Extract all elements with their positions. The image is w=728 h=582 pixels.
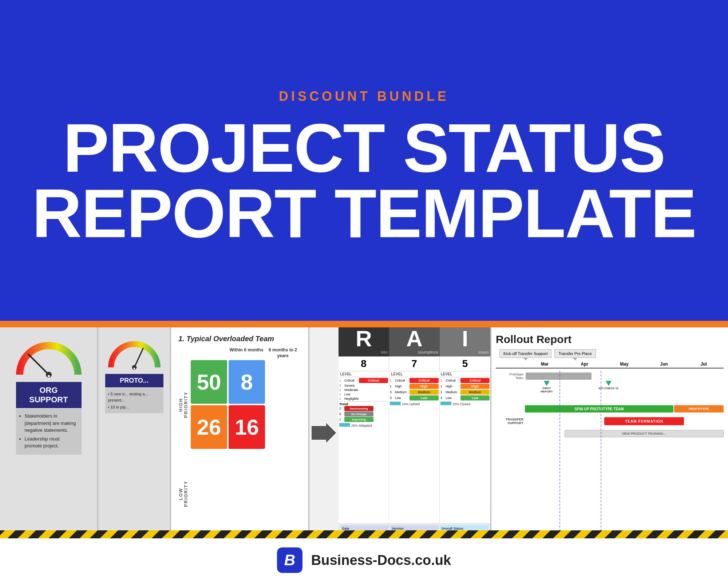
rai-letter-i: I	[440, 327, 490, 350]
gauge-2-bullets: • 5 new ic... testing a... present... • …	[105, 388, 163, 413]
rai-date: 27 October 2012	[342, 530, 387, 534]
rai-number-r: 8	[339, 356, 389, 371]
spin-up-bar: SPIN UP PROTOTYPE TEAM	[525, 405, 673, 412]
rai-i-row-3: 1 Medium Medium	[440, 390, 490, 395]
hero-line1: PROJECT STATUS	[32, 115, 696, 181]
rai-letter-r: R	[339, 327, 389, 350]
transfer-support-label: TRANSFER SUPPORT	[496, 418, 525, 425]
high-priority-label: HIGHPRIORITY	[178, 383, 189, 427]
rai-r-row-2: 3 Severe	[339, 384, 388, 387]
rai-version: 1.00	[392, 530, 437, 534]
rai-i-badge-3: Medium	[460, 390, 490, 395]
rai-status-cell: Overall Status RECOVERING	[440, 525, 488, 536]
rai-panel: R isks A ssumptions I ssues 8 7 5 LEVEL …	[339, 327, 491, 538]
rai-i-closed: 20% Closed	[440, 402, 490, 406]
rai-r-row-3: 1 Moderate	[339, 388, 388, 392]
rai-a-row-2: 1 High High	[390, 384, 439, 389]
gauge-2-svg	[105, 338, 163, 370]
matrix-col1-header: Within 6 months	[228, 347, 265, 359]
gantt-row-1: PrototypeTeam	[496, 371, 724, 382]
rai-i-row-1: 1 Critical Critical	[440, 378, 490, 383]
rai-letter-a: A	[389, 327, 440, 350]
rai-a-row-1: 1 Critical Critical	[390, 378, 439, 383]
rai-header: R isks A ssumptions I ssues	[339, 327, 490, 356]
rai-version-cell: Version 1.00	[390, 525, 438, 536]
gantt-bar-1	[526, 372, 592, 380]
rai-col-r: 1 Critical Critical 3 Severe 1 Moderate …	[339, 377, 389, 523]
gauge-1-bullet-1: Stakeholders in [department] are making …	[25, 412, 78, 434]
svg-line-3	[134, 348, 143, 367]
matrix-cell-3: 26	[191, 405, 227, 449]
rai-a-badge-3: Medium	[410, 390, 439, 395]
svg-point-2	[48, 375, 50, 377]
rai-level-header: LEVEL LEVEL LEVEL	[339, 371, 490, 377]
gauge-panel-1: ORG SUPPORT Stakeholders in [department]…	[0, 327, 98, 538]
dashed-line-1	[559, 371, 560, 538]
rai-a-badge-2: High	[410, 384, 439, 389]
team-formation-bar: TEAM FORMATION	[604, 417, 684, 425]
preview-section: ORG SUPPORT Stakeholders in [department]…	[0, 327, 728, 538]
gauge-1-label: ORG SUPPORT	[16, 382, 82, 408]
footer-logo: B	[277, 547, 302, 573]
rai-r-badge-1: Critical	[359, 378, 388, 383]
gantt-row-spinup: SPIN UP PROTOTYPE TEAM PROTOTYPE	[496, 403, 724, 414]
gauge-1-svg	[12, 338, 85, 378]
svg-line-0	[28, 354, 49, 375]
rai-subtext-i: ssues	[440, 350, 490, 355]
rai-a-badge-1: Critical	[410, 378, 439, 383]
rai-number-a: 7	[389, 356, 440, 371]
rai-level-label-2: LEVEL	[389, 372, 439, 376]
matrix-header: Within 6 months 6 months to 2 years	[178, 347, 301, 359]
matrix-cell-4: 16	[229, 405, 265, 449]
kickoff-label: Kick-off Transfer Support	[499, 349, 551, 358]
first-report-marker: FIRST REPORT	[538, 381, 556, 393]
gauge-1-bullets: Stakeholders in [department] are making …	[16, 409, 82, 455]
rai-level-label-3: LEVEL	[439, 372, 489, 376]
rollout-tooltip-boxes: Kick-off Transfer Support Transfer Pro P…	[496, 349, 724, 358]
rai-a-row-3: 3 Medium Medium	[390, 390, 439, 395]
prototype-bar: PROTOTYPE	[674, 405, 724, 412]
gantt-label-1: PrototypeTeam	[496, 372, 525, 380]
rai-col-a: 1 Critical Critical 1 High High 3 Medium…	[389, 377, 440, 523]
matrix-grid: 50 8 26 16	[191, 360, 265, 538]
matrix-title: 1. Typical Overloaded Team	[178, 335, 301, 343]
gauge-panel-2: PROTO... • 5 new ic... testing a... pres…	[98, 327, 171, 538]
rai-subtext-r: isks	[339, 350, 389, 355]
transfer-label: Transfer Pro Place	[554, 349, 596, 358]
arrow-icon	[311, 422, 337, 444]
month-jul: Jul	[684, 362, 724, 367]
first-report-label: FIRST REPORT	[538, 387, 556, 393]
month-jun: Jun	[644, 362, 684, 367]
rai-footer: Date 27 October 2012 Version 1.00 Overal…	[339, 523, 490, 538]
rai-i-badge-4: Low	[460, 395, 490, 400]
rai-subtext-a: ssumptions	[389, 350, 440, 355]
rai-a-mitigated: 14% Upheld	[390, 402, 439, 406]
rai-date-cell: Date 27 October 2012	[341, 525, 389, 536]
matrix-cell-2: 8	[229, 360, 265, 404]
rai-col-i: 1 Critical Critical 1 High High 1 Medium…	[440, 377, 490, 523]
rai-r-row-5: 2 Negligible	[339, 397, 388, 400]
hero-line2: REPORT TEMPLATE	[32, 180, 696, 246]
month-headers: Mar Apr May Jun Jul	[496, 362, 724, 368]
rai-r-row-4: 1 Low	[339, 392, 388, 396]
rai-r-trend-label: Trend	[339, 401, 388, 406]
matrix-body: HIGHPRIORITY LOWPRIORITY 50 8 26 16	[178, 360, 301, 538]
discount-badge: DISCOUNT BUNDLE	[279, 89, 449, 104]
new-product-bar: NEW PRODUCT TRAINING...	[565, 430, 724, 437]
rollout-title: Rollout Report	[496, 333, 724, 346]
footer-brand: Business-Docs.co.uk	[311, 553, 451, 568]
svg-point-5	[133, 368, 135, 370]
rollout-panel: Rollout Report Kick-off Transfer Support…	[491, 327, 728, 538]
hero-title: PROJECT STATUS REPORT TEMPLATE	[32, 115, 696, 246]
matrix-col2-header: 6 months to 2 years	[265, 347, 301, 359]
matrix-cell-1: 50	[191, 360, 227, 404]
gantt-area: PrototypeTeam FIRST REPORT KPI CHECK #1	[496, 371, 724, 538]
rai-r-trend-1: 2 Deteriorating	[339, 406, 388, 411]
svg-marker-6	[311, 422, 337, 444]
rai-numbers-row: 8 7 5	[339, 356, 490, 371]
month-apr: Apr	[565, 362, 604, 367]
rai-a-badge-4: Low	[410, 395, 439, 400]
rai-a-row-4: 3 Low Low	[390, 395, 439, 400]
gantt-row-newproduct: NEW PRODUCT TRAINING...	[496, 428, 724, 439]
rai-status: RECOVERING	[442, 530, 487, 535]
